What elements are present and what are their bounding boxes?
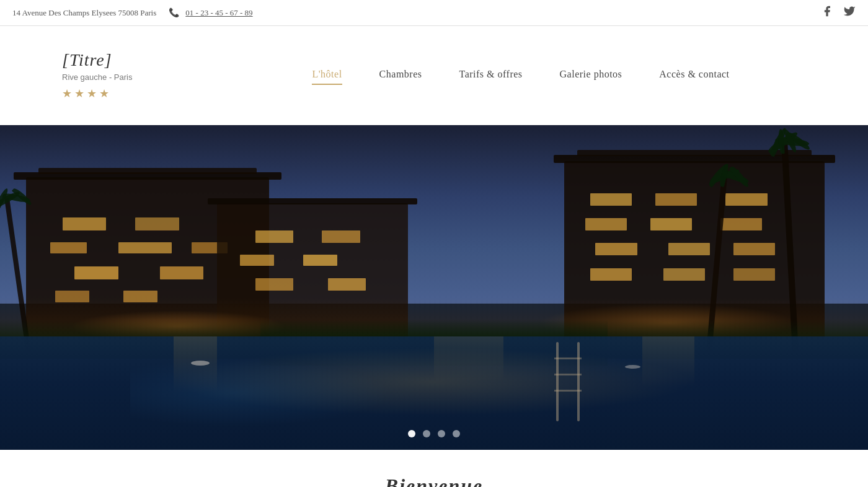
top-bar: 14 Avenue Des Champs Elysees 75008 Paris… bbox=[0, 0, 868, 26]
hero-banner bbox=[0, 125, 868, 450]
nav-acces[interactable]: Accès & contact bbox=[659, 69, 729, 82]
nav-hotel[interactable]: L'hôtel bbox=[312, 69, 342, 82]
social-links bbox=[821, 5, 856, 20]
phone-link[interactable]: 01 - 23 - 45 - 67 - 89 bbox=[185, 8, 252, 18]
star-2: ★ bbox=[74, 87, 84, 100]
nav-tarifs[interactable]: Tarifs & offres bbox=[459, 69, 522, 82]
hero-image bbox=[0, 125, 868, 450]
nav-chambres[interactable]: Chambres bbox=[379, 69, 422, 82]
twitter-link[interactable] bbox=[843, 5, 856, 20]
carousel-dot-1[interactable] bbox=[408, 430, 415, 437]
logo-area: [Titre] Rive gauche - Paris ★ ★ ★ ★ bbox=[62, 50, 223, 100]
main-nav: L'hôtel Chambres Tarifs & offres Galerie… bbox=[223, 69, 818, 82]
phone-icon: 📞 bbox=[169, 7, 179, 18]
welcome-title: Bienvenue bbox=[12, 475, 856, 487]
star-1: ★ bbox=[62, 87, 72, 100]
star-3: ★ bbox=[87, 87, 97, 100]
header: [Titre] Rive gauche - Paris ★ ★ ★ ★ L'hô… bbox=[0, 26, 868, 125]
star-rating: ★ ★ ★ ★ bbox=[62, 87, 223, 100]
carousel-dot-3[interactable] bbox=[438, 430, 445, 437]
star-4: ★ bbox=[99, 87, 109, 100]
address-text: 14 Avenue Des Champs Elysees 75008 Paris bbox=[12, 8, 156, 18]
carousel-dots bbox=[408, 430, 460, 437]
nav-galerie[interactable]: Galerie photos bbox=[560, 69, 622, 82]
carousel-dot-2[interactable] bbox=[423, 430, 430, 437]
logo-title: [Titre] bbox=[62, 50, 223, 70]
logo-subtitle: Rive gauche - Paris bbox=[62, 72, 223, 82]
carousel-dot-4[interactable] bbox=[453, 430, 460, 437]
welcome-section: Bienvenue bbox=[0, 450, 868, 487]
facebook-link[interactable] bbox=[821, 5, 833, 20]
